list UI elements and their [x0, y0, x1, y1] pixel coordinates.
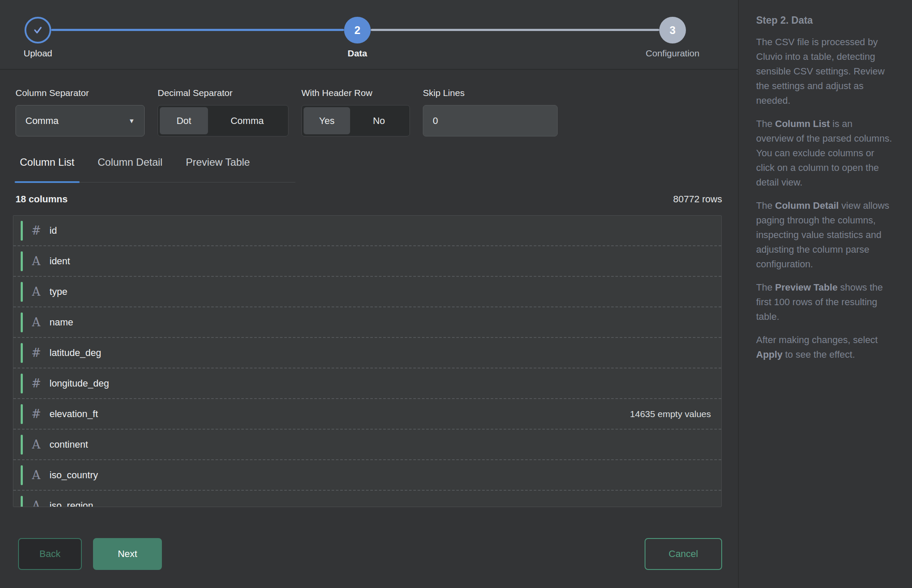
chevron-down-icon: ▼ — [128, 117, 135, 124]
column-include-bar — [21, 313, 23, 332]
number-type-icon: # — [29, 407, 43, 421]
tab-column-list[interactable]: Column List — [15, 156, 80, 182]
step-data-circle[interactable]: 2 — [344, 17, 371, 43]
number-type-icon: # — [29, 377, 43, 390]
column-row[interactable]: #longitude_deg — [13, 368, 721, 399]
help-paragraph: After making changes, select Apply to se… — [756, 333, 892, 362]
column-empty-values-note: 14635 empty values — [630, 409, 711, 419]
skip-lines-input[interactable] — [423, 105, 558, 136]
row-count: 80772 rows — [673, 194, 722, 205]
column-row[interactable]: Aiso_country — [13, 460, 721, 491]
stepper-connector-upcoming — [371, 29, 659, 31]
step-upload-circle[interactable] — [25, 17, 51, 43]
skip-lines-control: Skip Lines — [423, 88, 558, 136]
cancel-button[interactable]: Cancel — [645, 538, 722, 570]
text-type-icon: A — [29, 468, 43, 482]
csv-import-wizard: 2 3 Upload Data Configuration Column Sep… — [0, 0, 912, 588]
column-row[interactable]: Aname — [13, 307, 721, 338]
text-type-icon: A — [29, 438, 43, 451]
csv-settings-row: Column Separator Comma ▼ Decimal Separat… — [16, 88, 738, 136]
column-include-bar — [21, 221, 23, 241]
step-configuration-circle[interactable]: 3 — [659, 17, 686, 43]
column-separator-dropdown[interactable]: Comma ▼ — [16, 105, 145, 136]
column-name: name — [50, 317, 73, 328]
column-include-bar — [21, 496, 23, 508]
column-include-bar — [21, 465, 23, 485]
column-include-bar — [21, 282, 23, 302]
column-name: elevation_ft — [50, 409, 98, 420]
with-header-row-option-yes[interactable]: Yes — [304, 107, 350, 134]
column-row[interactable]: Aiso_region — [13, 491, 721, 507]
column-list-panel[interactable]: #idAidentAtypeAname#latitude_deg#longitu… — [13, 215, 722, 507]
column-separator-value: Comma — [25, 115, 59, 127]
help-paragraph: The Preview Table shows the first 100 ro… — [756, 280, 892, 324]
column-name: id — [50, 225, 57, 236]
text-type-icon: A — [29, 285, 43, 298]
with-header-row-label: With Header Row — [301, 88, 410, 98]
help-paragraph: The Column Detail view allows paging thr… — [756, 198, 892, 272]
main-content: 2 3 Upload Data Configuration Column Sep… — [0, 0, 739, 588]
with-header-row-toggle: Yes No — [301, 105, 410, 136]
decimal-separator-option-comma[interactable]: Comma — [208, 107, 286, 134]
column-name: type — [50, 286, 68, 297]
text-type-icon: A — [29, 254, 43, 268]
skip-lines-label: Skip Lines — [423, 88, 558, 98]
help-paragraphs: The CSV file is processed by Cluvio into… — [756, 35, 892, 362]
data-view-tabs: Column List Column Detail Preview Table — [15, 156, 295, 183]
column-row[interactable]: Aident — [13, 246, 721, 277]
column-separator-label: Column Separator — [16, 88, 145, 98]
tab-column-detail[interactable]: Column Detail — [93, 156, 168, 182]
tab-preview-table[interactable]: Preview Table — [180, 156, 255, 182]
help-paragraph: The CSV file is processed by Cluvio into… — [756, 35, 892, 108]
column-include-bar — [21, 404, 23, 424]
number-type-icon: # — [29, 346, 43, 359]
column-name: ident — [50, 256, 70, 267]
column-name: longitude_deg — [50, 378, 109, 389]
help-paragraph: The Column List is an overview of the pa… — [756, 117, 892, 190]
column-include-bar — [21, 343, 23, 363]
column-name: iso_region — [50, 500, 93, 508]
column-include-bar — [21, 435, 23, 455]
text-type-icon: A — [29, 316, 43, 329]
back-button[interactable]: Back — [18, 538, 82, 570]
column-name: latitude_deg — [50, 347, 101, 359]
decimal-separator-toggle: Dot Comma — [158, 105, 288, 136]
column-include-bar — [21, 374, 23, 393]
text-type-icon: A — [29, 499, 43, 507]
help-sidebar: Step 2. Data The CSV file is processed b… — [739, 0, 912, 588]
with-header-row-control: With Header Row Yes No — [301, 88, 410, 136]
stepper-connector-done — [51, 29, 344, 31]
help-title: Step 2. Data — [756, 15, 892, 26]
number-type-icon: # — [29, 224, 43, 237]
table-summary: 18 columns 80772 rows — [16, 194, 722, 205]
column-name: iso_country — [50, 470, 98, 481]
wizard-stepper: 2 3 Upload Data Configuration — [0, 0, 738, 70]
column-separator-control: Column Separator Comma ▼ — [16, 88, 145, 136]
column-row[interactable]: Atype — [13, 277, 721, 307]
decimal-separator-control: Decimal Separator Dot Comma — [158, 88, 288, 136]
with-header-row-option-no[interactable]: No — [350, 107, 408, 134]
step-configuration-label: Configuration — [646, 48, 700, 59]
decimal-separator-label: Decimal Separator — [158, 88, 288, 98]
column-include-bar — [21, 251, 23, 271]
column-row[interactable]: #elevation_ft14635 empty values — [13, 399, 721, 430]
column-name: continent — [50, 439, 88, 450]
step-data-label: Data — [347, 48, 367, 59]
wizard-footer: Back Next Cancel — [18, 538, 722, 570]
column-count: 18 columns — [16, 194, 68, 205]
decimal-separator-option-dot[interactable]: Dot — [160, 107, 208, 134]
step-upload-label: Upload — [24, 48, 53, 59]
check-icon — [31, 24, 44, 37]
next-button[interactable]: Next — [93, 538, 162, 570]
column-row[interactable]: #latitude_deg — [13, 338, 721, 368]
column-row[interactable]: #id — [13, 216, 721, 246]
column-row[interactable]: Acontinent — [13, 430, 721, 460]
